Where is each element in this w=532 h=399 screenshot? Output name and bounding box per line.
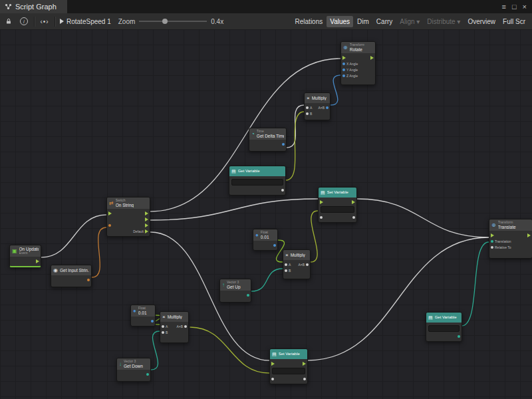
node-set-variable-b[interactable]: ▤Set Variable [269,348,308,384]
output-port[interactable] [352,216,355,219]
flow-out-port[interactable] [145,211,148,215]
node-title: Set Variable [279,352,300,356]
input-port[interactable] [108,224,111,227]
flow-out-port[interactable] [36,259,39,263]
node-multiply-b[interactable]: ×MultiplyAA×BB [283,249,311,279]
node-titles: Get Input Strin... [60,268,89,273]
node-multiply-a[interactable]: ×MultiplyAA×BB [304,92,331,120]
variable-icon: ▤ [272,352,277,356]
port-left: Translation [491,239,511,243]
node-get-delta-time[interactable]: ◔TimeGet Delta Time [249,128,287,152]
port-row [107,216,150,222]
input-port[interactable] [320,216,323,219]
output-port[interactable] [273,244,276,247]
toolbar-button-carry[interactable]: Carry [373,16,396,27]
flow-in-port[interactable] [271,362,275,366]
lock-icon[interactable] [3,16,14,27]
port-left: A [285,263,291,267]
node-titles: Multiply [291,253,305,257]
output-port[interactable] [326,106,329,109]
input-port[interactable] [342,63,345,65]
node-multiply-c[interactable]: ×MultiplyAA×BB [160,311,189,343]
node-rotate[interactable]: ⊕TransformRotateX AngleY AngleZ Angle [340,41,376,85]
variable-field[interactable] [321,206,354,213]
flow-left [108,211,112,215]
output-port[interactable] [306,263,309,266]
input-port[interactable] [306,112,309,115]
variable-field[interactable] [272,368,305,374]
script-graph-icon [5,3,12,10]
code-view-icon[interactable]: ‹•› [39,16,50,27]
input-port[interactable] [342,74,345,77]
flow-right [527,233,531,237]
node-get-down[interactable]: ↓Vector 3Get Down [116,358,151,382]
input-port[interactable] [162,325,164,328]
output-port[interactable] [87,279,90,281]
node-float-a[interactable]: ●Float0.01 [253,229,278,251]
input-port[interactable] [491,240,493,243]
window-close-icon[interactable]: × [523,3,527,11]
output-port[interactable] [247,294,249,297]
node-switch-on-string[interactable]: ⇄SwitchOn StringDefault [106,197,150,237]
port-left: Z Angle [342,74,358,78]
input-port[interactable] [342,68,345,71]
node-get-variable-a[interactable]: ▤Get Variable [229,166,286,196]
flow-in-port[interactable] [342,56,346,60]
node-title: Get Down [124,364,143,368]
flow-out-port[interactable] [303,362,306,366]
output-port[interactable] [151,320,154,323]
node-header: ↓Vector 3Get Down [117,358,150,370]
toolbar-button-dim[interactable]: Dim [354,16,372,27]
zoom-slider-handle[interactable] [162,19,168,24]
output-port[interactable] [303,378,306,380]
flow-out-port[interactable] [145,229,148,233]
node-get-up[interactable]: ↑Vector 3Get Up [219,279,251,303]
variable-icon: ▤ [428,315,433,320]
node-float-b[interactable]: ●Float0.01 [130,305,156,327]
node-set-variable-a[interactable]: ▤Set Variable [318,187,357,223]
info-icon[interactable] [19,16,29,27]
node-get-variable-b[interactable]: ▤Get Variable [426,312,462,342]
node-translate[interactable]: ⊕TransformTranslateTranslationRelative T… [489,219,532,259]
node-get-input-string[interactable]: ◉Get Input Strin... [51,265,92,287]
input-port[interactable] [285,269,287,272]
variable-field[interactable] [231,179,283,186]
output-port[interactable] [282,143,285,146]
input-port[interactable] [306,106,309,109]
output-port[interactable] [281,189,284,192]
flow-out-port[interactable] [352,200,355,204]
toolbar-button-fullscreen[interactable]: Full Scr [499,16,529,27]
flow-in-port[interactable] [491,233,494,237]
toolbar-button-overview[interactable]: Overview [464,16,499,27]
input-port[interactable] [491,246,493,249]
toolbar-button-relations[interactable]: Relations [292,16,327,27]
flow-out-port[interactable] [145,217,148,221]
port-left [108,224,111,227]
input-port[interactable] [285,263,287,266]
output-port[interactable] [184,325,187,328]
graph-canvas[interactable]: ▣On UpdateEvent◉Get Input Strin...⇄Switc… [0,29,532,399]
zoom-slider-track[interactable] [139,21,207,22]
variable-field[interactable] [428,325,460,332]
node-on-update[interactable]: ▣On UpdateEvent [9,245,41,267]
toolbar-button-distribute[interactable]: Distribute ▾ [424,16,464,27]
port-label: B [166,331,168,334]
toolbar-button-values[interactable]: Values [327,16,353,27]
output-port[interactable] [146,373,149,376]
output-port[interactable] [458,335,460,338]
flow-in-port[interactable] [320,200,323,204]
input-port[interactable] [271,378,274,380]
toolbar-button-align[interactable]: Align ▾ [396,16,423,27]
window-maximize-icon[interactable]: □ [512,3,517,11]
tab-script-graph[interactable]: Script Graph [0,0,67,13]
window-menu-icon[interactable]: ≡ [501,3,505,11]
flow-out-port[interactable] [370,56,374,60]
input-port[interactable] [162,331,164,334]
flow-out-port[interactable] [527,233,531,237]
node-header: ●Float0.01 [131,305,155,317]
flow-out-port[interactable] [145,223,148,227]
graph-name-button[interactable]: RotateSpeed 1 [60,18,111,25]
variable-icon: ▤ [321,190,325,195]
flow-in-port[interactable] [108,211,112,215]
zoom-slider[interactable] [139,17,207,26]
